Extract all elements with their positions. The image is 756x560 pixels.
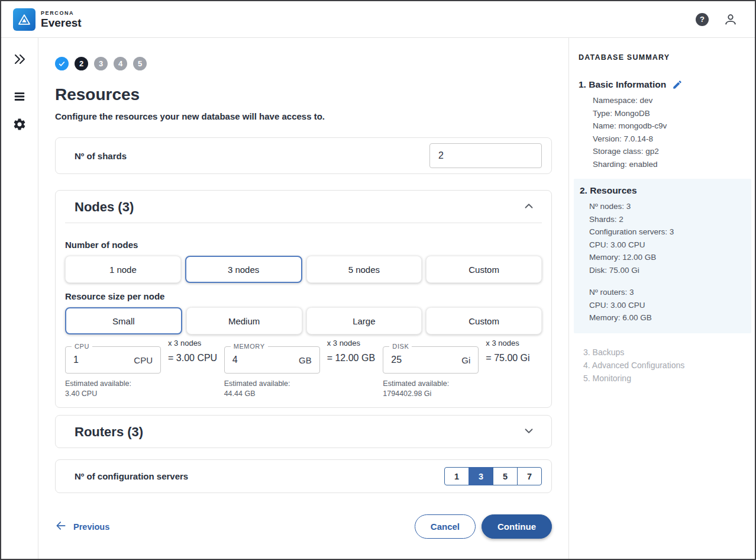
summary-item: CPU: 3.00 CPU [589, 239, 747, 252]
config-servers-option-5[interactable]: 5 [493, 467, 518, 485]
size-option-small[interactable]: Small [65, 307, 182, 334]
summary-pending-step: 3. Backups [583, 346, 747, 359]
chevron-down-icon[interactable] [522, 424, 535, 440]
database-summary-panel: DATABASE SUMMARY 1. Basic Information Na… [568, 38, 755, 559]
routers-accordion-title: Routers (3) [75, 424, 143, 440]
memory-field-label: MEMORY [231, 343, 268, 350]
brand-everest: Everest [41, 17, 82, 28]
footer-actions: Previous Cancel Continue [55, 514, 552, 539]
previous-label: Previous [73, 522, 109, 532]
resource-size-toggle-group: Small Medium Large Custom [65, 307, 542, 334]
summary-item: Configuration servers: 3 [589, 226, 747, 239]
summary-item: Nº routers: 3 [589, 286, 747, 299]
summary-item: Version: 7.0.14-8 [593, 133, 747, 146]
config-servers-label: Nº of configuration servers [75, 471, 188, 481]
help-icon[interactable]: ? [696, 13, 709, 26]
node-count-option-1[interactable]: 1 node [65, 256, 181, 283]
memory-estimated: Estimated available: 44.44 GB [224, 379, 320, 399]
left-rail [1, 38, 38, 559]
summary-pending-steps: 3. Backups 4. Advanced Configurations 5.… [577, 346, 747, 385]
cpu-totals: x 3 nodes = 3.00 CPU [168, 339, 217, 363]
basic-information-title: 1. Basic Information [579, 79, 666, 90]
summary-item: Shards: 2 [589, 213, 747, 226]
step-3[interactable]: 3 [94, 57, 108, 70]
settings-gear-icon[interactable] [12, 117, 27, 131]
node-count-option-custom[interactable]: Custom [426, 256, 542, 283]
summary-item: Memory: 12.00 GB [589, 251, 747, 264]
summary-item: Namespace: dev [593, 94, 747, 107]
resources-section-header: 2. Resources [579, 185, 747, 196]
chevron-up-icon[interactable] [522, 199, 535, 215]
memory-input[interactable] [225, 355, 299, 365]
step-2-active[interactable]: 2 [75, 57, 88, 70]
resources-items: Nº nodes: 3 Shards: 2 Configuration serv… [579, 200, 747, 324]
app-window: PERCONA Everest ? [0, 0, 756, 560]
disk-input[interactable] [383, 355, 461, 365]
summary-item: Sharding: enabled [593, 158, 747, 171]
shards-input[interactable] [429, 143, 542, 168]
user-account-icon[interactable] [723, 12, 738, 27]
brand-text: PERCONA Everest [41, 11, 82, 28]
page-title: Resources [55, 85, 552, 104]
expand-sidebar-icon[interactable] [12, 52, 27, 66]
size-option-large[interactable]: Large [306, 307, 422, 334]
cpu-input[interactable] [66, 355, 134, 365]
databases-list-icon[interactable] [13, 90, 26, 103]
step-4[interactable]: 4 [114, 57, 127, 70]
resources-section-title: 2. Resources [580, 185, 637, 196]
summary-item: CPU: 3.00 CPU [589, 299, 747, 312]
node-count-option-5[interactable]: 5 nodes [306, 256, 422, 283]
top-actions: ? [696, 12, 738, 27]
disk-field-group: DISK Gi Estimated available: 1794402.98 … [383, 346, 542, 399]
summary-item: Memory: 6.00 GB [589, 311, 747, 324]
shards-label: Nº of shards [75, 151, 127, 161]
summary-pending-step: 4. Advanced Configurations [583, 359, 747, 372]
config-servers-toggle-group: 1 3 5 7 [444, 467, 542, 485]
cancel-button[interactable]: Cancel [415, 514, 476, 539]
step-1-done[interactable] [55, 57, 69, 70]
top-bar: PERCONA Everest ? [1, 1, 755, 38]
memory-totals: x 3 nodes = 12.00 GB [327, 339, 375, 363]
routers-accordion-header[interactable]: Routers (3) [56, 416, 551, 448]
size-option-medium[interactable]: Medium [186, 307, 302, 334]
memory-unit: GB [299, 355, 319, 365]
step-5[interactable]: 5 [133, 57, 147, 70]
previous-button[interactable]: Previous [55, 520, 109, 533]
cpu-field-group: CPU CPU Estimated available: 3.40 CPU [65, 346, 224, 399]
cpu-field-label: CPU [72, 343, 92, 350]
summary-title: DATABASE SUMMARY [577, 53, 747, 62]
summary-pending-step: 5. Monitoring [583, 372, 747, 385]
continue-button[interactable]: Continue [482, 514, 552, 539]
wizard-stepper: 2 3 4 5 [55, 57, 552, 70]
back-arrow-icon [55, 520, 67, 533]
config-servers-card: Nº of configuration servers 1 3 5 7 [55, 459, 552, 493]
routers-accordion: Routers (3) [55, 415, 552, 448]
size-option-custom[interactable]: Custom [426, 307, 542, 334]
node-count-option-3[interactable]: 3 nodes [185, 256, 302, 283]
summary-item: Storage class: gp2 [593, 145, 747, 158]
page-subtitle: Configure the resources your new databas… [55, 111, 552, 121]
config-servers-option-7[interactable]: 7 [517, 467, 542, 485]
resource-fields-row: CPU CPU Estimated available: 3.40 CPU [65, 346, 542, 399]
disk-field-label: DISK [389, 343, 412, 350]
nodes-accordion: Nodes (3) Number of nodes 1 node 3 nodes… [55, 190, 552, 408]
edit-icon[interactable] [672, 79, 683, 90]
summary-item: Disk: 75.00 Gi [589, 264, 747, 277]
number-of-nodes-label: Number of nodes [65, 240, 542, 250]
cpu-field: CPU CPU [65, 346, 161, 374]
memory-field: MEMORY GB [224, 346, 320, 374]
summary-item: Type: MongoDB [593, 107, 747, 120]
summary-item: Nº nodes: 3 [589, 200, 747, 213]
summary-section-basic-header: 1. Basic Information [577, 79, 747, 90]
config-servers-option-3[interactable]: 3 [469, 467, 493, 485]
disk-totals: x 3 nodes = 75.00 Gi [486, 339, 529, 363]
summary-item: Name: mongodb-c9v [593, 120, 747, 133]
basic-information-items: Namespace: dev Type: MongoDB Name: mongo… [577, 94, 747, 170]
shards-card: Nº of shards [55, 137, 552, 174]
cpu-estimated: Estimated available: 3.40 CPU [65, 379, 161, 399]
nodes-accordion-header[interactable]: Nodes (3) [56, 191, 551, 223]
nodes-accordion-content: Number of nodes 1 node 3 nodes 5 nodes C… [56, 223, 551, 407]
disk-field: DISK Gi [383, 346, 479, 374]
percona-logo[interactable]: PERCONA Everest [13, 8, 82, 31]
config-servers-option-1[interactable]: 1 [444, 467, 469, 485]
